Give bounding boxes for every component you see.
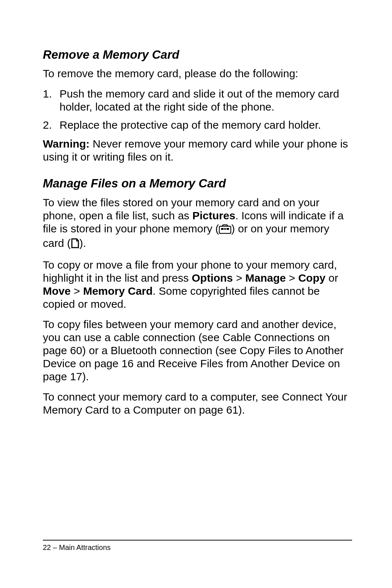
remove-steps-list: 1. Push the memory card and slide it out… [43,87,352,132]
page-footer: 22 – Main Attractions [43,540,352,552]
manage-paragraph-1: To view the files stored on your memory … [43,196,352,251]
list-item: 2. Replace the protective cap of the mem… [43,119,352,132]
text-fragment: > [71,285,83,297]
svg-rect-1 [221,228,224,230]
options-bold: Options [192,272,233,284]
step-number: 2. [43,119,60,132]
svg-rect-2 [224,228,226,230]
list-item: 1. Push the memory card and slide it out… [43,87,352,113]
warning-label: Warning: [43,138,90,150]
manage-paragraph-4: To connect your memory card to a compute… [43,390,352,417]
step-number: 1. [43,87,60,113]
step-text: Push the memory card and slide it out of… [60,87,352,113]
manage-paragraph-3: To copy files between your memory card a… [43,318,352,383]
heading-remove-memory-card: Remove a Memory Card [43,47,352,62]
heading-manage-files: Manage Files on a Memory Card [43,176,352,191]
text-fragment: > [233,272,245,284]
svg-rect-3 [226,228,229,230]
text-fragment: or [326,272,338,284]
memory-card-bold: Memory Card [83,285,153,297]
phone-memory-icon [219,224,231,237]
svg-rect-4 [76,239,78,241]
warning-paragraph: Warning: Never remove your memory card w… [43,137,352,163]
pictures-bold: Pictures [192,210,235,221]
copy-bold: Copy [298,272,326,284]
document-page: Remove a Memory Card To remove the memor… [0,0,392,588]
text-fragment: ). [79,237,86,249]
footer-text: 22 – Main Attractions [43,543,352,552]
move-bold: Move [43,285,71,297]
memory-card-icon [71,238,79,251]
manage-bold: Manage [245,272,286,284]
manage-paragraph-2: To copy or move a file from your phone t… [43,258,352,311]
footer-rule [43,540,352,541]
step-text: Replace the protective cap of the memory… [60,119,352,132]
remove-intro: To remove the memory card, please do the… [43,67,352,80]
text-fragment: > [286,272,298,284]
